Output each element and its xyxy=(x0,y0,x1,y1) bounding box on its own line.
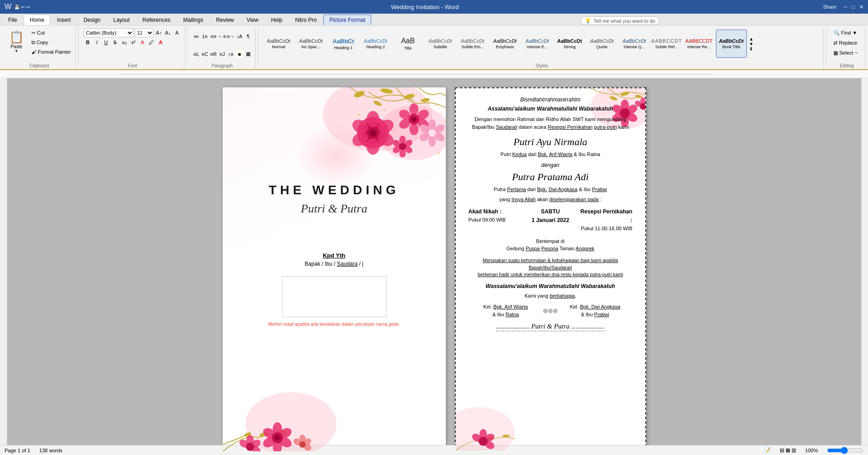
maximize-button[interactable]: □ xyxy=(852,4,855,10)
replace-button[interactable]: ⇄ Replace xyxy=(832,38,859,47)
floral-bottom-decoration xyxy=(223,360,446,451)
bold-button[interactable]: B xyxy=(84,38,92,46)
venue-section: Bertempat di Gedung Puspa Pesona Taman A… xyxy=(469,238,633,253)
find-button[interactable]: 🔍 Find ▼ xyxy=(832,28,859,37)
family-dots: ⬤⬤⬤ xyxy=(543,303,558,318)
styles-scroll[interactable]: ▲ ▼ ⬇ xyxy=(749,36,754,51)
underline-button[interactable]: U xyxy=(102,38,110,46)
tab-file[interactable]: File xyxy=(2,15,23,25)
page2-floral-bottom xyxy=(456,382,547,450)
show-hide-button[interactable]: ¶ xyxy=(244,32,252,40)
date-col: SABTU 1 Januari 2022 xyxy=(523,207,578,225)
view-buttons[interactable]: ▤ ▦ ▥ xyxy=(780,447,796,453)
borders-button[interactable]: ▦ xyxy=(244,50,252,58)
tab-picture-format[interactable]: Picture Format xyxy=(323,15,371,25)
paste-button[interactable]: 📋 Paste ▼ xyxy=(5,28,27,55)
multilevel-button[interactable]: ≡≡ xyxy=(209,32,218,40)
style-emphasis[interactable]: AaBbCcDt Emphasis xyxy=(490,30,521,58)
style-subtitle[interactable]: AaBbCcDt Subtitle xyxy=(425,30,456,58)
style-heading1[interactable]: AaBbCt Heading 1 xyxy=(328,30,359,58)
increase-indent-button[interactable]: ≡→ xyxy=(227,32,235,40)
highlight-button[interactable]: 🖊 xyxy=(148,38,156,46)
style-intense-q[interactable]: AaBbCcDt Intense Q... xyxy=(619,30,650,58)
tab-references[interactable]: References xyxy=(137,15,176,25)
zoom-slider[interactable] xyxy=(827,447,863,454)
right-sidebar[interactable] xyxy=(861,78,868,455)
zoom-level: 100% xyxy=(805,448,818,453)
tab-review[interactable]: Review xyxy=(210,15,240,25)
align-center-button[interactable]: ≡C xyxy=(201,50,209,58)
shading-button[interactable]: ■ xyxy=(235,50,244,58)
event-table: Akad Nikah : Pukul 09:00 WIB SABTU 1 Jan… xyxy=(469,207,633,233)
bullets-button[interactable]: ≡• xyxy=(192,32,200,40)
tab-view[interactable]: View xyxy=(241,15,265,25)
minimize-button[interactable]: ─ xyxy=(844,4,848,10)
decrease-font-button[interactable]: A↓ xyxy=(164,29,172,37)
wassalamu-text: Wassalamu'alaikum Warahmatullahi Wabarak… xyxy=(469,283,633,289)
decrease-indent-button[interactable]: ←≡ xyxy=(218,32,226,40)
style-no-space[interactable]: AaBbCcDt No Spac... xyxy=(296,30,327,58)
family-left: Kel. Bpk. Arif Wiarta & Ibu Ratna xyxy=(469,303,543,318)
style-book-title[interactable]: AaBbCcDt Book Title xyxy=(716,30,747,58)
italic-button[interactable]: I xyxy=(93,38,101,46)
numbering-button[interactable]: 1≡ xyxy=(201,32,209,40)
cut-button[interactable]: ✂ Cut xyxy=(30,28,73,37)
tab-help[interactable]: Help xyxy=(265,15,288,25)
format-painter-button[interactable]: 🖌 Format Painter xyxy=(30,47,73,56)
font-color-button[interactable]: A xyxy=(157,38,165,46)
style-quote[interactable]: AaBbCcDt Quote xyxy=(587,30,618,58)
tab-nitro[interactable]: Nitro Pro xyxy=(289,15,322,25)
kami-yang-text: Kami yang berbahagia, xyxy=(469,293,633,298)
select-button[interactable]: ▦ Select ~ xyxy=(832,48,859,57)
paste-icon: 📋 xyxy=(9,30,24,44)
couple-names: Putri & Putra xyxy=(223,202,446,216)
find-icon: 🔍 xyxy=(833,30,840,36)
sort-button[interactable]: ↕A xyxy=(235,32,244,40)
subscript-button[interactable]: x₂ xyxy=(120,38,128,46)
style-strong[interactable]: AaBbCcDt Strong xyxy=(554,30,585,58)
style-normal[interactable]: AaBbCcDt Normal xyxy=(263,30,294,58)
font-size-select[interactable]: 11 xyxy=(135,28,154,37)
style-intense-re[interactable]: AaBbCcDt Intense Re... xyxy=(684,30,715,58)
style-title[interactable]: AaB Title xyxy=(393,30,424,58)
style-heading2[interactable]: AaBbCcDt Heading 2 xyxy=(360,30,391,58)
tell-me-search[interactable]: 💡 Tell me what you want to do xyxy=(581,16,659,25)
title-bar: W 💾 ↩ ↪ Wedding Invitation - Word Share … xyxy=(0,0,868,14)
groom-parent-info: Putra Pertama dari Bpk. Dwi Angkasa & Ib… xyxy=(469,186,633,193)
line-spacing-button[interactable]: ↕≡ xyxy=(227,50,235,58)
name-input-box[interactable] xyxy=(282,276,387,317)
style-subtle-ref[interactable]: AaBbCcDt Subtle Ref... xyxy=(651,30,682,58)
align-left-button[interactable]: ≡L xyxy=(192,50,200,58)
select-icon: ▦ xyxy=(833,50,838,56)
vertical-ruler xyxy=(0,78,7,455)
tab-design[interactable]: Design xyxy=(77,15,106,25)
document-canvas[interactable]: THE WEDDING Putri & Putra ⚓ Kpd Yth Bapa… xyxy=(7,78,861,455)
tab-insert[interactable]: Insert xyxy=(51,15,77,25)
akad-col: Akad Nikah : Pukul 09:00 WIB xyxy=(469,207,523,224)
clipboard-small-buttons: ✂ Cut ⧉ Copy 🖌 Format Painter xyxy=(30,28,73,62)
share-button[interactable]: Share xyxy=(820,3,839,10)
clear-format-button[interactable]: A xyxy=(173,29,181,37)
invitation-text: Dengan memohon Rahmat dan Ridho Allah SW… xyxy=(469,116,633,131)
justify-button[interactable]: ≡J xyxy=(218,50,226,58)
close-button[interactable]: ✕ xyxy=(859,4,863,10)
family-right: Kel. Bpk. Dwi Angkasa & Ibu Pratiwi xyxy=(558,303,633,318)
honor-text: Merupakan suatu kehormatan & kebahagiaan… xyxy=(469,257,633,278)
copy-button[interactable]: ⧉ Copy xyxy=(30,38,73,47)
font-family-select[interactable]: Calibri (Body) xyxy=(84,28,134,37)
address-section: Kpd Yth Bapak / Ibu / Saudara / i xyxy=(223,252,446,267)
tab-home[interactable]: Home xyxy=(24,15,50,25)
text-effects-button[interactable]: A xyxy=(138,38,147,46)
superscript-button[interactable]: x² xyxy=(129,38,138,46)
align-right-button[interactable]: ≡R xyxy=(209,50,218,58)
strikethrough-button[interactable]: S̶ xyxy=(111,38,119,46)
lightbulb-icon: 💡 xyxy=(585,18,591,24)
style-intense-e[interactable]: AaBbCcDt Intense E... xyxy=(522,30,553,58)
tab-layout[interactable]: Layout xyxy=(107,15,136,25)
style-subtle-em[interactable]: AaBbCcDt Subtle Em... xyxy=(457,30,488,58)
font-row-2: B I U S̶ x₂ x² A 🖊 A xyxy=(84,38,181,46)
tab-mailings[interactable]: Mailings xyxy=(177,15,209,25)
bride-name: Putri Ayu Nirmala xyxy=(469,136,633,148)
increase-font-button[interactable]: A↑ xyxy=(155,29,163,37)
format-painter-icon: 🖌 xyxy=(31,49,36,55)
